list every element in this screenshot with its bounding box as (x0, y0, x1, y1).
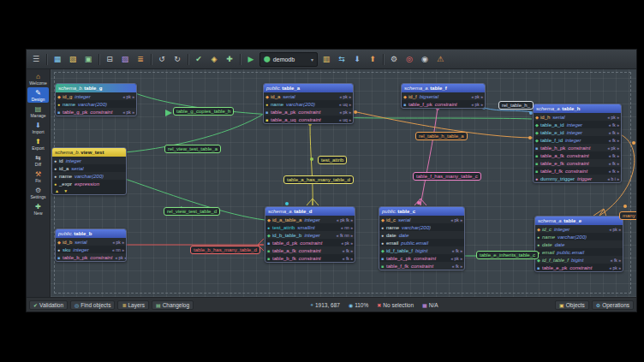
table-node-table_d[interactable]: schema_a.table_d◆id_a_table_ainteger« pk… (265, 206, 355, 263)
table-row[interactable]: ■table_e_pkconstraint« pk » (535, 264, 623, 271)
execute-button[interactable]: ▶ (244, 52, 258, 66)
table-row[interactable]: ◆id_aserial« pk » (264, 92, 353, 100)
warning-button[interactable]: ⚠ (433, 52, 447, 66)
validate-model-button[interactable]: ✔ (192, 52, 206, 66)
objects-button[interactable]: ▣ Objects (555, 300, 589, 310)
diagram-canvas[interactable]: schema_b.table_g◆id_ginteger« pk »●namev… (51, 69, 636, 297)
table-row[interactable]: ●namevarchar(200)« uq » (264, 100, 353, 108)
table-row[interactable]: ●emailpublic.email (535, 248, 623, 256)
table-row[interactable]: ◆table_f_idinteger« fk » (534, 136, 621, 144)
table-row[interactable]: ◆id_f_table_fbigint« fk » (379, 246, 464, 254)
table-node-table_a[interactable]: public.table_a◆id_aserial« pk »●namevarc… (263, 83, 354, 124)
table-row[interactable]: ◆table_a_idinteger« fk » (534, 121, 621, 128)
relationship-label[interactable]: rel_table_h_ (498, 101, 534, 110)
relationship-label[interactable]: rel_view_test_table_d (164, 207, 220, 216)
view-node-view_test[interactable]: schema_b.view_test●idinteger●id_aserial●… (51, 147, 127, 195)
table-row[interactable]: ■table_f_pkconstraint« pk » (402, 100, 485, 108)
save-model-button[interactable]: ▣ (81, 52, 95, 66)
table-node-table_f[interactable]: schema_a.table_f◆id_fbigserial« pk »■tab… (401, 83, 486, 109)
table-node-table_h[interactable]: schema_a.table_h◆id_hserial« pk »◆table_… (533, 104, 622, 183)
table-row[interactable]: ●dummy_triggertrigger« b i » (534, 175, 621, 182)
table-row[interactable]: ■table_h_pkconstraint« pk » (534, 144, 621, 151)
table-row[interactable]: ◆id_cserial« pk » (379, 216, 464, 223)
relationship-label[interactable]: table_g_copies_table_h (173, 107, 234, 116)
sidebar-item-settings[interactable]: ⚙Settings (27, 185, 49, 200)
export-sql-button[interactable]: ≣ (134, 52, 147, 66)
statusbar-tab-changelog[interactable]: ▤Changelog (152, 300, 194, 310)
table-row[interactable]: ■table_a_pkconstraint« pk » (264, 108, 353, 116)
relationship-label[interactable]: table_a_has_many_table_d (283, 175, 354, 184)
donate-button[interactable]: ◎ (402, 52, 416, 66)
relationship-label[interactable]: rel_view_test_table_a (164, 145, 221, 153)
table-row[interactable]: ●skuinteger« nn » (56, 246, 126, 253)
statusbar-tab-find-objects[interactable]: ◎Find objects (70, 300, 115, 310)
table-row[interactable]: ●namevarchar(200) (379, 223, 464, 231)
table-row[interactable]: ■table_d_pkconstraint« pk » (265, 239, 355, 246)
table-row[interactable]: ■table_a_fkconstraint« fk » (265, 246, 355, 254)
table-row[interactable]: ■table_c_pkconstraint« pk » (379, 254, 464, 262)
sidebar-item-fix[interactable]: ⚒Fix (27, 169, 49, 184)
table-row[interactable]: ■table_a_fkconstraint« fk » (534, 151, 621, 159)
sidebar-item-manage[interactable]: ▤Manage (27, 104, 49, 119)
settings-button[interactable]: ⚙ (387, 52, 401, 66)
operations-button[interactable]: ⚙ Operations (592, 300, 634, 310)
table-row[interactable]: ◆id_f_table_fbigint« fk » (535, 256, 623, 264)
relationship-label[interactable]: table_e_inherits_table_c (476, 251, 539, 259)
model-objects-button[interactable]: ◈ (207, 52, 221, 66)
print-model-button[interactable]: ⊟ (103, 52, 116, 66)
edit-data-button[interactable]: ▥ (319, 52, 333, 66)
table-row[interactable]: ●emailpublic.email (379, 239, 464, 246)
undo-button[interactable]: ↺ (155, 52, 169, 66)
table-row[interactable]: ●_exprexpression (52, 180, 126, 187)
sidebar-item-new[interactable]: ✚New (27, 201, 49, 217)
redo-button[interactable]: ↻ (170, 52, 184, 66)
table-row[interactable]: ●idinteger (52, 157, 126, 164)
open-model-button[interactable]: ▧ (66, 52, 80, 66)
table-node-table_g[interactable]: schema_b.table_g◆id_ginteger« pk »●namev… (55, 83, 137, 116)
relationship-label[interactable]: table_b_has_many_table_d (190, 246, 260, 254)
sidebar-item-design[interactable]: ✎Design (27, 87, 49, 103)
table-row[interactable]: ◆id_a_table_ainteger« pk fk » (265, 216, 355, 223)
table-row[interactable]: ●namevarchar(200) (56, 100, 136, 108)
sidebar-item-welcome[interactable]: ⌂Welcome (27, 71, 49, 86)
table-node-table_b[interactable]: public.table_b◆id_bserial« pk »●skuinteg… (55, 228, 127, 262)
zoom-level[interactable]: ◉ 110% (349, 302, 368, 308)
table-row[interactable]: ●datedate (379, 231, 464, 239)
table-row[interactable]: ●datedate (535, 240, 623, 248)
table-row[interactable]: ■table_e_fkconstraint« fk » (534, 159, 621, 167)
table-row[interactable]: ◆id_hserial« pk » (534, 113, 621, 121)
table-row[interactable]: ◆id_ginteger« pk » (56, 92, 136, 100)
sidebar-item-export[interactable]: ⬆Export (27, 136, 49, 151)
database-combo[interactable]: ⬤demodb▾ (259, 52, 318, 67)
table-row[interactable]: ■table_a_uqconstraint« uq » (264, 116, 353, 123)
relationship-label[interactable]: many (619, 211, 636, 220)
table-row[interactable]: ◆table_e_idinteger« fk » (534, 128, 621, 136)
table-row[interactable]: ◆id_fbigserial« pk » (402, 92, 485, 100)
table-row[interactable]: ■table_b_fkconstraint« fk » (265, 254, 355, 262)
export-database-button[interactable]: ⬆ (366, 52, 379, 66)
relationship-label[interactable]: test_attrib (318, 156, 347, 164)
table-row[interactable]: ◆id_bserial« pk » (56, 238, 126, 246)
table-row[interactable]: ■table_f_fkconstraint« fk » (379, 262, 464, 270)
relationship-label[interactable]: rel_table_h_table_a (415, 132, 468, 140)
table-node-table_c[interactable]: public.table_c◆id_cserial« pk »●namevarc… (379, 206, 465, 270)
relationship-label[interactable]: table_f_has_many_table_c (413, 172, 481, 181)
menu-button[interactable]: ☰ (29, 52, 43, 66)
statusbar-tab-validation[interactable]: ✔Validation (29, 300, 68, 310)
import-database-button[interactable]: ⬇ (350, 52, 364, 66)
table-row[interactable]: ●namevarchar(200) (535, 233, 623, 240)
table-row[interactable]: ●id_aserial (52, 164, 126, 172)
table-row[interactable]: ■table_b_pkconstraint« pk » (56, 253, 126, 261)
sidebar-item-import[interactable]: ⬇Import (27, 120, 49, 135)
table-row[interactable]: ■table_g_pkconstraint« pk » (56, 108, 136, 116)
table-row[interactable]: ●namevarchar(200) (52, 172, 126, 180)
table-node-table_e[interactable]: schema_a.table_e◆id_cinteger« pk »●namev… (534, 216, 623, 272)
new-model-button[interactable]: ▦ (51, 52, 64, 66)
table-row[interactable]: ■table_f_fkconstraint« fk » (534, 167, 621, 175)
new-object-button[interactable]: ✚ (223, 52, 236, 66)
table-row[interactable]: ◆id_cinteger« pk » (535, 225, 623, 233)
sidebar-item-diff[interactable]: ⇆Diff (27, 152, 49, 168)
statusbar-tab-layers[interactable]: ≣Layers (117, 300, 149, 310)
diff-database-button[interactable]: ⇆ (335, 52, 349, 66)
table-row[interactable]: ●test_attribsmallint« nn » (265, 223, 355, 231)
